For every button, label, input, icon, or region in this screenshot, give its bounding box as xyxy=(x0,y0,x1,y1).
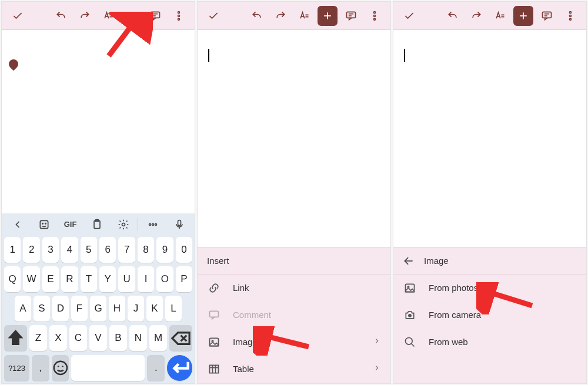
text-format-button[interactable] xyxy=(98,6,118,26)
key-f[interactable]: F xyxy=(71,296,88,322)
key-7[interactable]: 7 xyxy=(118,237,135,263)
key-8[interactable]: 8 xyxy=(138,237,154,263)
key-shift[interactable] xyxy=(4,325,27,351)
image-from-photos-item[interactable]: From photos xyxy=(393,274,586,302)
undo-button[interactable] xyxy=(51,6,71,26)
insert-link-item[interactable]: Link xyxy=(198,274,390,302)
key-1[interactable]: 1 xyxy=(4,237,21,263)
insert-table-item[interactable]: Table xyxy=(198,356,390,383)
key-space[interactable] xyxy=(71,355,145,381)
kb-sticker-button[interactable] xyxy=(32,215,56,235)
done-check-button[interactable] xyxy=(399,6,419,26)
more-button[interactable] xyxy=(560,6,580,26)
more-button[interactable] xyxy=(365,6,385,26)
top-toolbar xyxy=(393,2,586,30)
svg-point-23 xyxy=(149,223,151,225)
key-o[interactable]: O xyxy=(156,266,173,292)
panel-3: Image From photos From camera From web xyxy=(393,1,587,384)
document-canvas[interactable]: B I U A GIF xyxy=(2,30,195,383)
key-w[interactable]: W xyxy=(23,266,39,292)
kb-settings-button[interactable] xyxy=(111,215,135,235)
key-enter[interactable] xyxy=(167,355,192,381)
key-t[interactable]: T xyxy=(81,266,97,292)
image-from-web-label: From web xyxy=(429,337,468,347)
insert-link-label: Link xyxy=(233,283,249,293)
kb-mic-button[interactable] xyxy=(167,215,191,235)
key-comma[interactable]: , xyxy=(32,355,49,381)
key-period[interactable]: . xyxy=(147,355,165,381)
svg-line-61 xyxy=(412,343,415,346)
key-0[interactable]: 0 xyxy=(176,237,192,263)
key-y[interactable]: Y xyxy=(99,266,116,292)
text-format-button[interactable] xyxy=(294,6,314,26)
key-s[interactable]: S xyxy=(34,296,50,322)
svg-point-5 xyxy=(178,11,180,13)
key-a[interactable]: A xyxy=(15,296,31,322)
key-x[interactable]: X xyxy=(49,325,67,351)
kb-more-button[interactable] xyxy=(141,215,165,235)
chevron-right-icon xyxy=(373,337,381,347)
key-d[interactable]: D xyxy=(52,296,69,322)
comment-button[interactable] xyxy=(537,6,557,26)
key-b[interactable]: B xyxy=(109,325,127,351)
svg-point-30 xyxy=(54,361,66,374)
key-e[interactable]: E xyxy=(42,266,59,292)
key-2[interactable]: 2 xyxy=(23,237,39,263)
key-i[interactable]: I xyxy=(138,266,154,292)
comment-button[interactable] xyxy=(145,6,165,26)
undo-button[interactable] xyxy=(247,6,267,26)
key-c[interactable]: C xyxy=(69,325,87,351)
redo-button[interactable] xyxy=(270,6,290,26)
key-l[interactable]: L xyxy=(165,296,182,322)
svg-rect-35 xyxy=(347,12,356,18)
key-z[interactable]: Z xyxy=(29,325,47,351)
text-format-button[interactable] xyxy=(490,6,510,26)
insert-button[interactable] xyxy=(318,6,338,26)
key-r[interactable]: R xyxy=(61,266,78,292)
key-n[interactable]: N xyxy=(129,325,147,351)
key-u[interactable]: U xyxy=(118,266,135,292)
comment-button[interactable] xyxy=(341,6,361,26)
back-button[interactable] xyxy=(403,255,415,267)
document-canvas[interactable]: Insert Link Comment Image Ta xyxy=(198,30,390,383)
done-check-button[interactable] xyxy=(8,6,28,26)
insert-sheet: Insert Link Comment Image Ta xyxy=(198,247,390,383)
image-from-web-item[interactable]: From web xyxy=(393,329,586,356)
more-button[interactable] xyxy=(169,6,189,26)
key-h[interactable]: H xyxy=(109,296,125,322)
key-k[interactable]: K xyxy=(146,296,163,322)
key-9[interactable]: 9 xyxy=(156,237,173,263)
key-symbols[interactable]: ?123 xyxy=(4,355,29,381)
document-canvas[interactable]: Image From photos From camera From web xyxy=(393,30,586,383)
key-g[interactable]: G xyxy=(90,296,106,322)
top-toolbar xyxy=(198,2,390,30)
insert-button[interactable] xyxy=(513,6,533,26)
insert-button[interactable] xyxy=(122,6,142,26)
kb-clipboard-button[interactable] xyxy=(85,215,109,235)
kb-collapse-button[interactable] xyxy=(5,215,29,235)
image-from-camera-item[interactable]: From camera xyxy=(393,302,586,329)
key-6[interactable]: 6 xyxy=(99,237,116,263)
key-m[interactable]: M xyxy=(149,325,167,351)
key-5[interactable]: 5 xyxy=(81,237,97,263)
key-q[interactable]: Q xyxy=(4,266,21,292)
redo-button[interactable] xyxy=(75,6,95,26)
svg-point-24 xyxy=(152,223,153,225)
undo-button[interactable] xyxy=(443,6,463,26)
svg-point-54 xyxy=(570,15,572,16)
key-backspace[interactable] xyxy=(169,325,192,351)
text-cursor xyxy=(208,49,209,62)
svg-point-7 xyxy=(178,18,180,20)
key-3[interactable]: 3 xyxy=(42,237,59,263)
done-check-button[interactable] xyxy=(203,6,223,26)
kb-gif-button[interactable]: GIF xyxy=(58,215,82,235)
key-v[interactable]: V xyxy=(89,325,107,351)
panel-2: Insert Link Comment Image Ta xyxy=(197,1,391,384)
key-4[interactable]: 4 xyxy=(61,237,78,263)
key-emoji[interactable] xyxy=(52,355,69,381)
insert-image-item[interactable]: Image xyxy=(198,329,390,356)
redo-button[interactable] xyxy=(466,6,486,26)
svg-rect-42 xyxy=(210,338,219,346)
key-j[interactable]: J xyxy=(128,296,144,322)
key-p[interactable]: P xyxy=(176,266,192,292)
